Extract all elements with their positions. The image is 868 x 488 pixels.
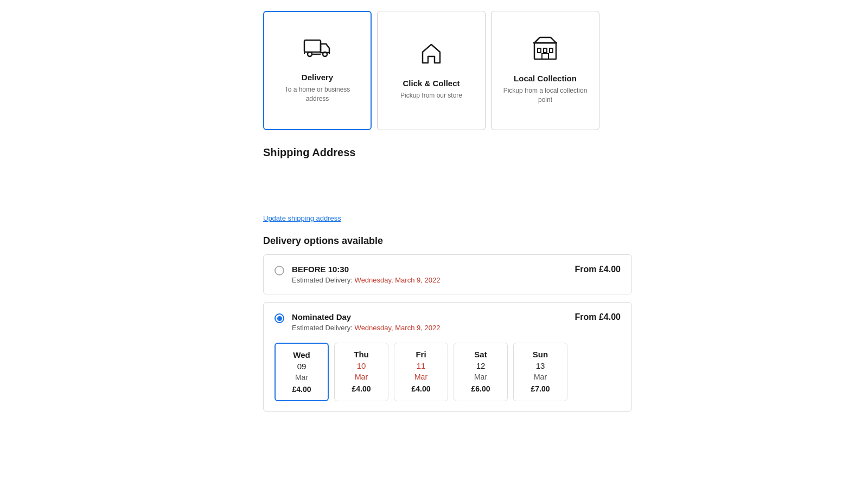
address-area [263,165,632,209]
day-name-thu: Thu [340,350,382,359]
delivery-options-title: Delivery options available [263,235,632,247]
delivery-card-delivery-title: Delivery [302,73,333,82]
day-price-sat: £6.00 [459,384,502,393]
day-card-sun[interactable]: Sun 13 Mar £7.00 [513,343,567,401]
delivery-card-click-collect-title: Click & Collect [403,79,459,88]
option-estimated-before-1030: Estimated Delivery: Wednesday, March 9, … [292,276,440,284]
day-month-sun: Mar [519,373,561,381]
delivery-card-delivery-subtitle: To a home or business address [275,85,360,104]
day-card-sat[interactable]: Sat 12 Mar £6.00 [454,343,508,401]
day-price-fri: £4.00 [400,384,442,393]
day-card-fri[interactable]: Fri 11 Mar £4.00 [394,343,448,401]
day-card-wed[interactable]: Wed 09 Mar £4.00 [275,343,329,401]
radio-before-1030[interactable] [275,266,284,275]
svg-point-1 [308,52,312,56]
svg-rect-9 [550,48,553,53]
day-month-fri: Mar [400,373,442,381]
day-name-wed: Wed [281,350,322,359]
delivery-options-section: Delivery options available BEFORE 10:30 … [263,235,632,412]
day-num-wed: 09 [281,362,322,371]
svg-rect-10 [542,54,548,59]
option-details-nominated-day: Nominated Day Estimated Delivery: Wednes… [292,312,440,332]
day-price-wed: £4.00 [281,385,322,394]
day-month-wed: Mar [281,373,322,382]
day-name-sun: Sun [519,350,561,359]
delivery-type-cards: Delivery To a home or business address C… [263,11,632,130]
day-name-sat: Sat [459,350,502,359]
delivery-option-before-1030[interactable]: BEFORE 10:30 Estimated Delivery: Wednesd… [263,254,632,294]
day-num-sat: 12 [459,361,502,370]
svg-point-2 [323,52,327,56]
shipping-address-section: Shipping Address Update shipping address [263,146,632,235]
delivery-card-click-collect-subtitle: Pickup from our store [400,91,462,100]
svg-rect-0 [304,40,321,52]
day-month-sat: Mar [459,373,502,381]
svg-rect-7 [538,48,541,53]
day-month-thu: Mar [340,373,382,381]
truck-icon [303,37,331,64]
option-estimated-nominated-day: Estimated Delivery: Wednesday, March 9, … [292,324,440,332]
day-price-thu: £4.00 [340,384,382,393]
svg-rect-8 [544,48,547,53]
radio-nominated-day[interactable] [275,313,284,323]
delivery-card-local-collection-title: Local Collection [514,74,577,83]
home-icon [419,41,443,70]
option-price-before-1030: From £4.00 [575,265,621,274]
day-card-thu[interactable]: Thu 10 Mar £4.00 [334,343,388,401]
day-num-sun: 13 [519,361,561,370]
day-num-fri: 11 [400,361,442,370]
delivery-card-local-collection[interactable]: Local Collection Pickup from a local col… [491,11,599,130]
day-picker: Wed 09 Mar £4.00 Thu 10 Mar £4.00 Fri 11 [275,343,621,401]
building-icon [532,36,558,65]
day-name-fri: Fri [400,350,442,359]
update-shipping-link[interactable]: Update shipping address [263,214,341,222]
delivery-card-delivery[interactable]: Delivery To a home or business address [263,11,372,130]
day-price-sun: £7.00 [519,384,561,393]
option-details-before-1030: BEFORE 10:30 Estimated Delivery: Wednesd… [292,265,440,284]
delivery-card-click-collect[interactable]: Click & Collect Pickup from our store [377,11,486,130]
option-name-before-1030: BEFORE 10:30 [292,265,440,274]
option-name-nominated-day: Nominated Day [292,312,440,322]
shipping-address-title: Shipping Address [263,146,632,159]
delivery-card-local-collection-subtitle: Pickup from a local collection point [502,86,588,105]
delivery-option-nominated-day[interactable]: Nominated Day Estimated Delivery: Wednes… [263,302,632,412]
option-price-nominated-day: From £4.00 [575,312,621,322]
day-num-thu: 10 [340,361,382,370]
